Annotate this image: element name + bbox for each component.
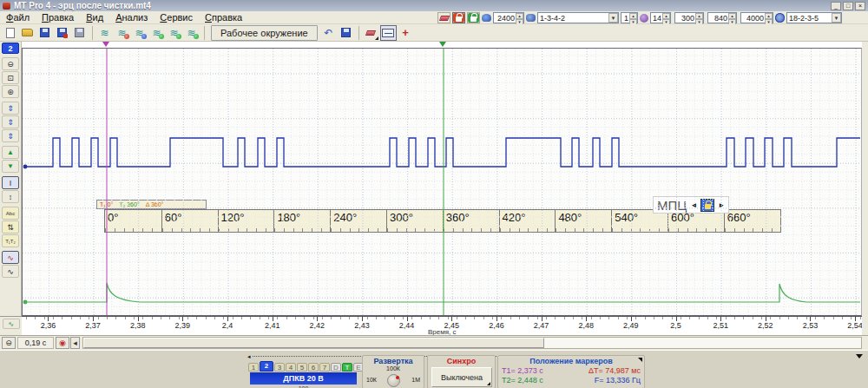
spin-arrows[interactable]: ▴▾ <box>695 13 703 23</box>
move-down-button[interactable]: ▼ <box>2 160 19 173</box>
sync-state-button[interactable]: Выключена <box>431 367 492 387</box>
cursor-tool-button[interactable]: I <box>2 176 19 189</box>
t1-marker-handle[interactable] <box>102 42 109 47</box>
channel-tab-6[interactable]: 6 <box>308 363 319 372</box>
channel-tab-1[interactable]: 1 <box>248 363 259 372</box>
save-workspace-button[interactable] <box>338 25 354 41</box>
spin-up-icon[interactable]: ▴ <box>662 13 670 19</box>
scroll-left-button[interactable]: ◂ <box>70 337 80 349</box>
file-lock-button[interactable] <box>467 12 480 23</box>
zoom-box-button[interactable]: ⊡ <box>2 71 19 84</box>
channel-t-start-dot[interactable] <box>23 300 28 305</box>
new-file-button[interactable] <box>2 25 18 41</box>
wave-view-1-button[interactable]: ≋ <box>96 25 113 41</box>
save-file-button[interactable] <box>36 25 53 41</box>
spin-up-icon[interactable]: ▴ <box>728 13 736 19</box>
combo-arrow-icon[interactable]: ▼ <box>832 13 841 23</box>
close-button[interactable]: × <box>855 2 865 10</box>
x-axis-tick-label: 2,48 <box>578 321 594 330</box>
smoothing-spinner[interactable]: 14▴▾ <box>650 12 671 23</box>
t2-marker-handle[interactable] <box>439 42 446 47</box>
minimize-button[interactable]: _ <box>831 2 841 10</box>
wave-view-2-button[interactable]: ≋ <box>114 25 130 41</box>
gauge-high-spinner[interactable]: 4000▴▾ <box>740 12 773 23</box>
sync-group: Синхро Выключена <box>427 355 496 388</box>
spin-arrows[interactable]: ▴▾ <box>629 13 637 23</box>
crosshair-toggle[interactable]: + <box>398 25 414 41</box>
menu-item-6[interactable]: Справка <box>199 11 248 23</box>
horizontal-scrollbar-thumb[interactable] <box>83 338 544 348</box>
spin-arrows[interactable]: ▴▾ <box>765 13 773 23</box>
channel-name-bar[interactable]: ДПКВ 20 В <box>250 372 357 385</box>
channel-tab-3[interactable]: 3 <box>274 363 285 372</box>
scale-spinner-1[interactable]: ⇕ <box>2 102 19 115</box>
rpm-spinner[interactable]: 2400▴▾ <box>493 12 524 23</box>
scale-spinner-3[interactable]: ⇕ <box>2 129 19 142</box>
cylinder-spinner[interactable]: 1▴▾ <box>621 12 638 23</box>
menu-item-4[interactable]: Анализ <box>109 11 154 23</box>
wave-overlay-2-button[interactable]: ≋ <box>166 25 182 41</box>
scale-spinner-2[interactable]: ⇕ <box>2 115 19 128</box>
eraser-big-button[interactable] <box>363 25 379 41</box>
protect-file-button[interactable] <box>71 25 88 41</box>
spin-up-icon[interactable]: ▴ <box>765 13 773 19</box>
move-up-button[interactable]: ▲ <box>2 146 19 159</box>
channel-tab-7[interactable]: 7 <box>319 363 330 372</box>
x-axis-tick-label: 2,5 <box>670 321 681 330</box>
time-markers-button[interactable]: T₁T₂ <box>2 234 19 247</box>
preset-select[interactable]: 18-2-3-5▼ <box>786 12 842 23</box>
offset-tool-button[interactable]: ↕ <box>2 190 19 203</box>
channel-2-start-dot[interactable] <box>23 165 28 169</box>
wave-view-3-button[interactable]: ≋ <box>131 25 148 41</box>
zoom-out-button[interactable]: ⊖ <box>2 57 19 70</box>
panel-scroll-left-icon[interactable]: ◂ <box>247 353 251 359</box>
axis-corner-button[interactable]: ∿ <box>3 319 20 329</box>
waveform-channel-t <box>25 283 860 302</box>
marker-position-group: Положение маркеров T1= 2,373 с ΔT= 74,98… <box>497 355 645 388</box>
wave-overlay-1-button[interactable]: ≋ <box>148 25 165 41</box>
spin-up-icon[interactable]: ▴ <box>516 13 523 19</box>
sweep-knob[interactable] <box>387 374 400 387</box>
spin-arrows[interactable]: ▴▾ <box>662 13 670 23</box>
label-tool-button[interactable]: Abc <box>2 207 19 220</box>
spline-view-button[interactable]: ∿ <box>2 251 19 264</box>
open-file-button[interactable] <box>19 25 36 41</box>
spin-up-icon[interactable]: ▴ <box>629 13 637 19</box>
channel-tab-D[interactable]: D <box>331 363 341 372</box>
menu-item-5[interactable]: Сервис <box>154 11 199 23</box>
spin-arrows[interactable]: ▴▾ <box>728 13 736 23</box>
gauge-mid-spinner[interactable]: 840▴▾ <box>707 12 737 23</box>
record-button[interactable]: ◉ <box>56 337 69 349</box>
undo-button[interactable]: ↶ <box>320 25 337 41</box>
oscillogram-plot[interactable]: T₁ 0° T₂ 360° Δ 360° 0°60°120°180°240°30… <box>22 48 862 316</box>
restore-button[interactable]: □ <box>843 2 853 10</box>
panel-collapse-arrow[interactable] <box>856 354 863 358</box>
menu-item-2[interactable]: Правка <box>36 11 80 23</box>
wave-view-button[interactable]: ∿ <box>2 265 19 278</box>
menu-item-1[interactable]: Файл <box>0 11 36 23</box>
levels-tool-button[interactable]: ⇅ <box>2 220 19 233</box>
menu-item-3[interactable]: Вид <box>80 11 109 23</box>
zoom-out-time-button[interactable]: ⊖ <box>2 337 16 349</box>
channel-2-indicator[interactable]: 2 <box>2 43 19 54</box>
firing-order-select[interactable]: 1-3-4-2▼ <box>537 12 619 23</box>
x-axis-tick-label: 2,51 <box>713 321 728 330</box>
combo-arrow-icon[interactable]: ▼ <box>608 13 618 23</box>
workspace-select-button[interactable]: Рабочее окружение <box>211 25 318 41</box>
channel-tab-2[interactable]: 2 <box>260 361 273 372</box>
waves-icon: ≋ <box>187 28 195 38</box>
spin-up-icon[interactable]: ▴ <box>695 13 703 19</box>
gauge-low-spinner[interactable]: 300▴▾ <box>674 12 704 23</box>
eraser-button[interactable] <box>437 12 450 23</box>
wave-overlay-3-button[interactable]: ≋ <box>183 25 200 41</box>
channel-tab-T[interactable]: T <box>342 363 352 372</box>
horizontal-scrollbar[interactable] <box>82 337 862 349</box>
channel-tab-5[interactable]: 5 <box>297 363 307 372</box>
channel-tab-4[interactable]: 4 <box>286 363 296 372</box>
scope-panel-toggle[interactable] <box>380 25 397 41</box>
save-as-button[interactable] <box>54 25 70 41</box>
spin-arrows[interactable]: ▴▾ <box>516 13 523 23</box>
zoom-auto-button[interactable]: ⊛ <box>2 85 19 98</box>
record-lock-button[interactable] <box>452 12 465 23</box>
sweep-title: Развертка <box>363 357 424 365</box>
